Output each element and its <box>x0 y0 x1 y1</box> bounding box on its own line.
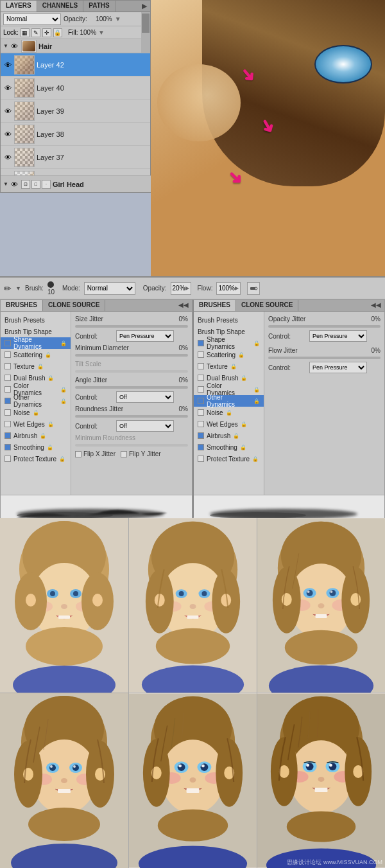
lock-paint-icon[interactable]: ✎ <box>31 28 40 37</box>
bp-r-texture-checkbox[interactable] <box>198 363 204 369</box>
flip-x-item[interactable]: Flip X Jitter <box>75 450 116 457</box>
bp-r-item-scattering[interactable]: Scattering 🔒 <box>194 349 264 360</box>
airbrush-checkbox[interactable] <box>4 432 11 439</box>
brush-size-display[interactable]: 10 <box>47 281 55 296</box>
flow-input-container[interactable]: 100% ▶ <box>216 282 241 295</box>
layer-group-hair[interactable]: ▼ 👁 Hair <box>1 39 150 53</box>
layer-38-eye[interactable]: 👁 <box>3 130 12 139</box>
bp-r-smooth-checkbox[interactable] <box>198 444 204 450</box>
airbrush-button[interactable] <box>247 282 260 295</box>
bp-item-shape-dynamics[interactable]: Shape Dynamics 🔒 <box>1 337 71 349</box>
group-link-icon[interactable]: ⊡ <box>21 180 30 189</box>
bp-r-item-other-dynamics[interactable]: Other Dynamics 🔒 <box>194 395 264 407</box>
lock-move-icon[interactable]: ✛ <box>42 28 51 37</box>
bp-r-shape-checkbox[interactable] <box>198 340 204 346</box>
texture-checkbox[interactable] <box>4 363 11 369</box>
layer-row-38[interactable]: 👁 Layer 38 <box>1 123 150 146</box>
bp-item-airbrush[interactable]: Airbrush 🔒 <box>1 430 71 441</box>
tab-layers[interactable]: LAYERS <box>1 1 37 12</box>
control-select-3[interactable]: Off <box>116 420 174 432</box>
layer-42-eye[interactable]: 👁 <box>3 60 12 69</box>
group-fx-icon[interactable]: · <box>42 180 51 189</box>
bp-r-item-airbrush[interactable]: Airbrush 🔒 <box>194 430 264 441</box>
control-select-1[interactable]: Pen Pressure <box>116 330 174 342</box>
bp-r-item-brush-presets[interactable]: Brush Presets <box>194 314 264 326</box>
bp-r-protect-checkbox[interactable] <box>198 456 204 462</box>
opacity-arrow[interactable]: ▼ <box>115 15 121 22</box>
noise-checkbox[interactable] <box>4 409 11 416</box>
flow-jitter-slider[interactable] <box>268 357 381 359</box>
r-control-select-2[interactable]: Pen Pressure <box>309 362 367 373</box>
roundness-jitter-slider[interactable] <box>75 415 188 418</box>
layer-37-eye[interactable]: 👁 <box>3 153 12 162</box>
bp-right-tab-brushes[interactable]: BRUSHES <box>194 300 236 311</box>
layer-39-eye[interactable]: 👁 <box>3 107 12 116</box>
flip-x-checkbox[interactable] <box>75 451 81 457</box>
flip-y-checkbox[interactable] <box>121 451 127 457</box>
bp-left-close[interactable]: ◀◀ <box>175 300 192 311</box>
group-expand-icon[interactable]: ▼ <box>3 43 8 49</box>
angle-jitter-slider[interactable] <box>75 386 188 389</box>
min-diameter-slider[interactable] <box>75 354 188 357</box>
bp-r-other-checkbox[interactable] <box>198 398 204 404</box>
shape-dynamics-checkbox[interactable] <box>4 340 11 346</box>
bp-item-smoothing[interactable]: Smoothing 🔒 <box>1 441 71 453</box>
bp-r-airbrush-checkbox[interactable] <box>198 432 204 439</box>
bp-item-noise[interactable]: Noise 🔒 <box>1 407 71 418</box>
layer-40-eye[interactable]: 👁 <box>3 84 12 93</box>
bp-left-tab-brushes[interactable]: BRUSHES <box>1 300 43 311</box>
tab-paths[interactable]: PATHS <box>83 1 115 12</box>
layer-row-42[interactable]: 👁 Layer 42 <box>1 53 150 76</box>
bp-item-other-dynamics[interactable]: Other Dynamics 🔒 <box>1 395 71 407</box>
bp-r-item-wet-edges[interactable]: Wet Edges 🔒 <box>194 418 264 430</box>
dual-brush-checkbox[interactable] <box>4 375 11 381</box>
opacity-input-container[interactable]: 20% ▶ <box>171 282 191 295</box>
control-select-2[interactable]: Off <box>116 391 174 403</box>
group-visibility-eye[interactable]: 👁 <box>10 42 19 51</box>
r-control-select-1[interactable]: Pen Pressure <box>309 330 367 342</box>
layer-row-37[interactable]: 👁 Layer 37 <box>1 146 150 169</box>
bp-r-wet-checkbox[interactable] <box>198 421 204 427</box>
size-jitter-slider[interactable] <box>75 325 188 328</box>
flow-arrow-icon[interactable]: ▶ <box>235 285 239 291</box>
bp-r-color-checkbox[interactable] <box>198 386 204 393</box>
protect-checkbox[interactable] <box>4 456 11 462</box>
bp-item-wet-edges[interactable]: Wet Edges 🔒 <box>1 418 71 430</box>
size-jitter-value: 0% <box>179 315 188 323</box>
bp-item-scattering[interactable]: Scattering 🔒 <box>1 349 71 360</box>
bp-right-close[interactable]: ◀◀ <box>368 300 384 311</box>
bp-item-protect-texture[interactable]: Protect Texture 🔒 <box>1 453 71 465</box>
bp-item-texture[interactable]: Texture 🔒 <box>1 360 71 372</box>
other-dynamics-checkbox[interactable] <box>4 398 11 404</box>
bp-r-noise-checkbox[interactable] <box>198 409 204 416</box>
bp-r-item-protect[interactable]: Protect Texture 🔒 <box>194 453 264 465</box>
scattering-checkbox[interactable] <box>4 351 11 358</box>
group-mask-icon[interactable]: □ <box>31 180 40 189</box>
bp-r-item-shape-dynamics[interactable]: Shape Dynamics 🔒 <box>194 337 264 349</box>
bp-r-dual-checkbox[interactable] <box>198 375 204 381</box>
bp-r-item-smoothing[interactable]: Smoothing 🔒 <box>194 441 264 453</box>
tab-channels[interactable]: CHANNELS <box>37 1 84 12</box>
bp-left-tab-clone[interactable]: CLONE SOURCE <box>43 300 106 311</box>
girl-head-eye[interactable]: 👁 <box>10 180 19 189</box>
lock-transparent-icon[interactable]: ▦ <box>21 28 30 37</box>
mode-select[interactable]: Normal <box>84 282 135 295</box>
bp-right-tab-clone[interactable]: CLONE SOURCE <box>236 300 299 311</box>
opacity-jitter-slider[interactable] <box>268 325 381 328</box>
bp-r-scatter-checkbox[interactable] <box>198 351 204 358</box>
blend-mode-select[interactable]: Normal <box>3 13 61 25</box>
layer-row-39[interactable]: 👁 Layer 39 <box>1 100 150 123</box>
opacity-arrow-icon[interactable]: ▶ <box>185 285 189 291</box>
layer-row-40[interactable]: 👁 Layer 40 <box>1 76 150 100</box>
fill-arrow[interactable]: ▼ <box>98 29 105 36</box>
lock-all-icon[interactable]: 🔒 <box>53 28 62 37</box>
bp-r-item-noise[interactable]: Noise 🔒 <box>194 407 264 418</box>
bottom-group-row[interactable]: ▼ 👁 ⊡ □ · Girl Head <box>1 175 151 192</box>
color-dynamics-checkbox[interactable] <box>4 386 11 393</box>
bp-r-item-texture[interactable]: Texture 🔒 <box>194 360 264 372</box>
flip-y-item[interactable]: Flip Y Jitter <box>121 450 161 457</box>
smoothing-checkbox[interactable] <box>4 444 11 450</box>
bp-item-brush-presets[interactable]: Brush Presets <box>1 314 71 326</box>
wet-edges-checkbox[interactable] <box>4 421 11 427</box>
panel-close-button[interactable]: ▶ <box>139 1 150 12</box>
